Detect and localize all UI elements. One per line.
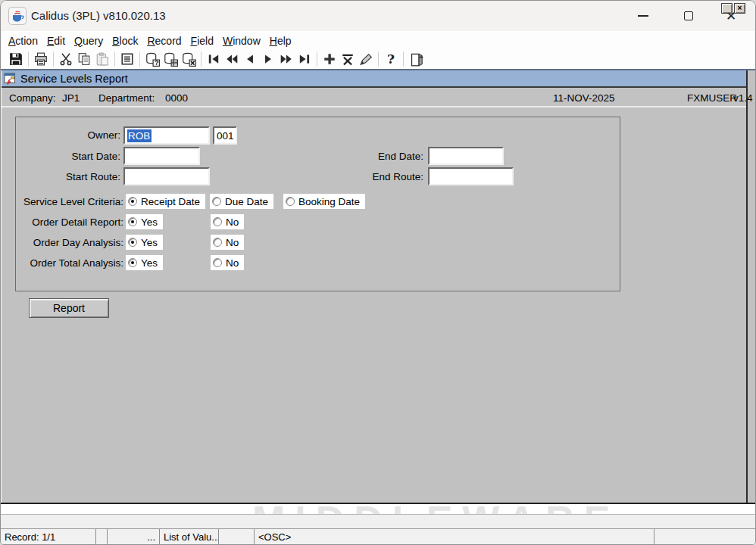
info-version: v1.4 bbox=[733, 92, 753, 104]
maximize-button[interactable] bbox=[671, 1, 706, 31]
status-list-of-values: List of Valu... bbox=[160, 529, 219, 544]
next-record-icon[interactable] bbox=[259, 50, 277, 68]
radio-order-total-yes[interactable]: Yes bbox=[126, 255, 163, 270]
radio-icon bbox=[286, 197, 295, 206]
java-icon bbox=[8, 7, 27, 25]
inner-window-title: Service Levels Report bbox=[20, 73, 128, 85]
menubar: Action Edit Query Block Record Field Win… bbox=[2, 32, 756, 49]
form-window-icon bbox=[4, 73, 16, 85]
titlebar: Calidus (3PL) v810.020.13 ✕ bbox=[1, 1, 755, 31]
menu-block[interactable]: Block bbox=[108, 33, 142, 48]
toolbar-separator bbox=[53, 51, 54, 67]
radio-icon bbox=[128, 217, 137, 226]
toolbar-separator bbox=[378, 51, 379, 67]
radio-order-detail-yes[interactable]: Yes bbox=[126, 214, 163, 229]
insert-record-icon[interactable] bbox=[320, 50, 339, 68]
enter-query-icon[interactable]: ? bbox=[143, 50, 161, 68]
end-date-label: End Date: bbox=[342, 151, 423, 162]
mdi-background-strip: MIDDLEWARE bbox=[1, 504, 756, 514]
status-bar: Record: 1/1 ... List of Valu... <OSC> bbox=[1, 528, 756, 544]
print-icon[interactable] bbox=[32, 50, 50, 68]
owner-label: Owner: bbox=[16, 129, 120, 141]
radio-no-label: No bbox=[226, 257, 239, 269]
inner-window-titlebar[interactable]: Service Levels Report bbox=[2, 70, 746, 86]
exit-icon[interactable] bbox=[407, 50, 425, 68]
cut-icon[interactable] bbox=[57, 50, 75, 68]
radio-icon bbox=[212, 197, 221, 206]
end-date-field[interactable] bbox=[428, 147, 504, 165]
report-button[interactable]: Report bbox=[29, 298, 109, 318]
radio-yes-label: Yes bbox=[141, 257, 158, 269]
order-day-analysis-label: Order Day Analysis: bbox=[16, 237, 123, 248]
window-title: Calidus (3PL) v810.020.13 bbox=[31, 9, 166, 22]
radio-order-detail-no[interactable]: No bbox=[211, 214, 244, 229]
radio-booking-date[interactable]: Booking Date bbox=[283, 194, 365, 209]
owner-code-value: 001 bbox=[217, 130, 234, 142]
minimize-icon bbox=[638, 15, 648, 17]
execute-query-icon[interactable] bbox=[161, 50, 180, 68]
owner-value-selected-text: ROB bbox=[127, 129, 152, 142]
start-date-field[interactable] bbox=[123, 147, 200, 165]
app-window: Calidus (3PL) v810.020.13 ✕ Action Edit … bbox=[0, 0, 756, 545]
radio-no-label: No bbox=[226, 216, 239, 228]
toolbar-separator bbox=[139, 51, 140, 67]
toolbar-separator bbox=[114, 51, 115, 67]
radio-booking-date-label: Booking Date bbox=[298, 196, 360, 207]
inner-close-button[interactable]: × bbox=[734, 3, 745, 14]
radio-due-date[interactable]: Due Date bbox=[210, 194, 273, 209]
radio-icon bbox=[128, 258, 137, 267]
status-ellipsis: ... bbox=[108, 529, 160, 544]
next-block-icon[interactable] bbox=[277, 50, 295, 68]
last-record-icon[interactable] bbox=[295, 50, 314, 68]
status-segment bbox=[96, 529, 108, 544]
start-date-label: Start Date: bbox=[16, 151, 120, 162]
paste-icon[interactable] bbox=[93, 50, 111, 68]
menu-record[interactable]: Record bbox=[142, 33, 186, 48]
minimize-button[interactable] bbox=[626, 1, 661, 31]
menu-action[interactable]: Action bbox=[4, 33, 42, 48]
svg-text:?: ? bbox=[155, 59, 158, 67]
start-route-field[interactable] bbox=[123, 167, 210, 185]
owner-code-field[interactable]: 001 bbox=[213, 126, 237, 145]
edit-icon[interactable] bbox=[118, 50, 136, 68]
save-icon[interactable] bbox=[7, 50, 25, 68]
lock-record-icon[interactable] bbox=[357, 50, 375, 68]
radio-icon bbox=[213, 258, 222, 267]
info-date: 11-NOV-2025 bbox=[553, 92, 615, 104]
status-record-count: Record: 1/1 bbox=[1, 529, 96, 544]
radio-icon bbox=[128, 197, 137, 206]
radio-icon bbox=[213, 217, 222, 226]
radio-icon bbox=[213, 238, 222, 247]
toolbar-separator bbox=[403, 51, 404, 67]
department-label: Department: bbox=[98, 92, 155, 104]
end-route-field[interactable] bbox=[428, 167, 514, 185]
order-detail-report-label: Order Detail Report: bbox=[16, 216, 123, 228]
maximize-icon bbox=[684, 11, 693, 20]
copy-icon[interactable] bbox=[75, 50, 93, 68]
start-route-label: Start Route: bbox=[16, 171, 120, 182]
menu-query[interactable]: Query bbox=[70, 33, 108, 48]
cancel-query-icon[interactable] bbox=[180, 50, 198, 68]
department-value: 0000 bbox=[165, 92, 188, 104]
end-route-label: End Route: bbox=[342, 171, 423, 182]
radio-order-day-no[interactable]: No bbox=[211, 235, 244, 250]
owner-field[interactable]: ROB bbox=[123, 126, 210, 145]
previous-block-icon[interactable] bbox=[223, 50, 241, 68]
inner-minimize-button[interactable]: _ bbox=[721, 3, 733, 14]
menu-edit[interactable]: Edit bbox=[42, 33, 70, 48]
menu-field[interactable]: Field bbox=[186, 33, 218, 48]
company-label: Company: bbox=[9, 92, 56, 104]
toolbar: ? bbox=[2, 49, 756, 69]
toolbar-separator bbox=[317, 51, 317, 67]
radio-order-day-yes[interactable]: Yes bbox=[126, 235, 163, 250]
delete-record-icon[interactable] bbox=[339, 50, 357, 68]
menu-window[interactable]: Window bbox=[218, 33, 265, 48]
inner-close-icon: × bbox=[738, 5, 742, 12]
menu-help[interactable]: Help bbox=[265, 33, 296, 48]
radio-icon bbox=[128, 238, 137, 247]
help-icon[interactable]: ? bbox=[382, 50, 400, 68]
first-record-icon[interactable] bbox=[205, 50, 223, 68]
radio-receipt-date[interactable]: Receipt Date bbox=[126, 194, 205, 209]
previous-record-icon[interactable] bbox=[241, 50, 259, 68]
radio-order-total-no[interactable]: No bbox=[211, 255, 244, 270]
